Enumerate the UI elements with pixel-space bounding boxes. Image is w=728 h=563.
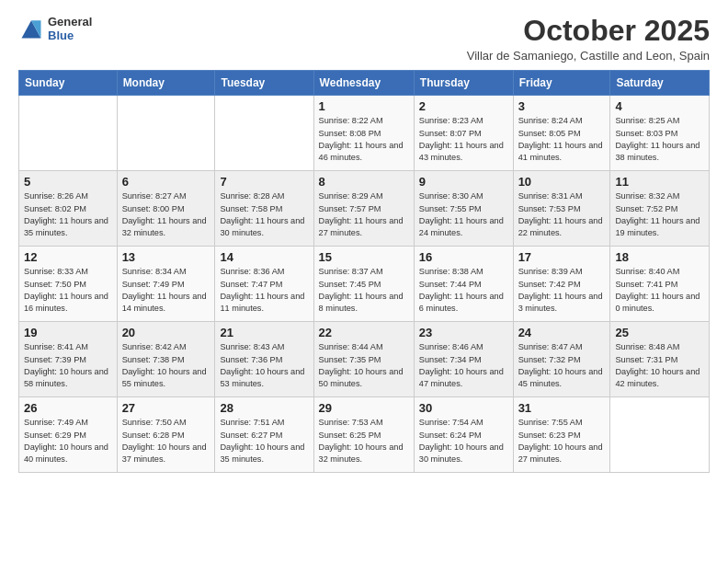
day-info: Sunrise: 8:44 AMSunset: 7:35 PMDaylight:… [319, 341, 409, 390]
calendar-body: 1Sunrise: 8:22 AMSunset: 8:08 PMDaylight… [19, 96, 710, 473]
calendar-cell: 14Sunrise: 8:36 AMSunset: 7:47 PMDayligh… [215, 247, 313, 322]
calendar-cell: 31Sunrise: 7:55 AMSunset: 6:23 PMDayligh… [513, 397, 610, 473]
logo-text: General Blue [48, 15, 92, 42]
calendar-cell: 16Sunrise: 8:38 AMSunset: 7:44 PMDayligh… [414, 247, 513, 322]
day-number: 25 [615, 326, 704, 339]
day-info: Sunrise: 8:41 AMSunset: 7:39 PMDaylight:… [24, 341, 112, 390]
day-info: Sunrise: 7:53 AMSunset: 6:25 PMDaylight:… [319, 417, 409, 465]
calendar-week-row: 1Sunrise: 8:22 AMSunset: 8:08 PMDaylight… [19, 96, 710, 171]
calendar-cell: 7Sunrise: 8:28 AMSunset: 7:58 PMDaylight… [215, 171, 313, 247]
calendar-cell: 10Sunrise: 8:31 AMSunset: 7:53 PMDayligh… [513, 171, 610, 247]
day-info: Sunrise: 8:24 AMSunset: 8:05 PMDaylight:… [518, 115, 606, 164]
day-info: Sunrise: 8:37 AMSunset: 7:45 PMDaylight:… [319, 266, 409, 315]
calendar-cell: 25Sunrise: 8:48 AMSunset: 7:31 PMDayligh… [610, 322, 710, 397]
weekday-header-wednesday: Wednesday [313, 71, 414, 96]
day-info: Sunrise: 8:23 AMSunset: 8:07 PMDaylight:… [419, 115, 508, 164]
calendar-week-row: 19Sunrise: 8:41 AMSunset: 7:39 PMDayligh… [19, 322, 710, 397]
day-info: Sunrise: 7:49 AMSunset: 6:29 PMDaylight:… [24, 417, 112, 465]
day-number: 21 [220, 326, 308, 339]
calendar-cell: 21Sunrise: 8:43 AMSunset: 7:36 PMDayligh… [215, 322, 313, 397]
day-info: Sunrise: 8:47 AMSunset: 7:32 PMDaylight:… [518, 341, 606, 390]
calendar-cell: 29Sunrise: 7:53 AMSunset: 6:25 PMDayligh… [313, 397, 414, 473]
calendar-cell: 30Sunrise: 7:54 AMSunset: 6:24 PMDayligh… [414, 397, 513, 473]
logo: General Blue [18, 15, 92, 42]
calendar-week-row: 26Sunrise: 7:49 AMSunset: 6:29 PMDayligh… [19, 397, 710, 473]
day-number: 3 [518, 99, 606, 113]
day-info: Sunrise: 8:29 AMSunset: 7:57 PMDaylight:… [319, 190, 409, 239]
day-number: 22 [319, 326, 409, 339]
calendar-table: SundayMondayTuesdayWednesdayThursdayFrid… [18, 70, 710, 473]
calendar-cell: 11Sunrise: 8:32 AMSunset: 7:52 PMDayligh… [610, 171, 710, 247]
day-info: Sunrise: 7:51 AMSunset: 6:27 PMDaylight:… [220, 417, 308, 465]
day-number: 24 [518, 326, 606, 339]
weekday-header-monday: Monday [117, 71, 215, 96]
calendar-cell [19, 96, 118, 171]
calendar-header: SundayMondayTuesdayWednesdayThursdayFrid… [19, 71, 710, 96]
day-number: 11 [615, 175, 704, 189]
calendar-cell: 13Sunrise: 8:34 AMSunset: 7:49 PMDayligh… [117, 247, 215, 322]
weekday-header-thursday: Thursday [414, 71, 513, 96]
day-info: Sunrise: 8:38 AMSunset: 7:44 PMDaylight:… [419, 266, 508, 315]
logo-icon [18, 16, 44, 41]
day-info: Sunrise: 8:30 AMSunset: 7:55 PMDaylight:… [419, 190, 508, 239]
calendar-cell [117, 96, 215, 171]
day-number: 26 [24, 401, 112, 415]
calendar-cell: 20Sunrise: 8:42 AMSunset: 7:38 PMDayligh… [117, 322, 215, 397]
weekday-header-sunday: Sunday [19, 71, 118, 96]
day-info: Sunrise: 8:31 AMSunset: 7:53 PMDaylight:… [518, 190, 606, 239]
day-number: 16 [419, 250, 508, 264]
day-info: Sunrise: 8:36 AMSunset: 7:47 PMDaylight:… [220, 266, 308, 315]
day-number: 29 [319, 401, 409, 415]
location-subtitle: Villar de Samaniego, Castille and Leon, … [467, 49, 710, 63]
month-title: October 2025 [467, 15, 710, 47]
day-number: 13 [122, 250, 210, 264]
weekday-header-friday: Friday [513, 71, 610, 96]
day-number: 27 [122, 401, 210, 415]
day-info: Sunrise: 8:33 AMSunset: 7:50 PMDaylight:… [24, 266, 112, 315]
calendar-cell: 2Sunrise: 8:23 AMSunset: 8:07 PMDaylight… [414, 96, 513, 171]
day-info: Sunrise: 8:25 AMSunset: 8:03 PMDaylight:… [615, 115, 704, 164]
day-number: 23 [419, 326, 508, 339]
day-number: 8 [319, 175, 409, 189]
day-number: 18 [615, 250, 704, 264]
day-number: 12 [24, 250, 112, 264]
calendar-cell: 27Sunrise: 7:50 AMSunset: 6:28 PMDayligh… [117, 397, 215, 473]
page-header: General Blue October 2025 Villar de Sama… [18, 15, 710, 63]
calendar-cell: 24Sunrise: 8:47 AMSunset: 7:32 PMDayligh… [513, 322, 610, 397]
calendar-cell: 12Sunrise: 8:33 AMSunset: 7:50 PMDayligh… [19, 247, 118, 322]
day-info: Sunrise: 7:54 AMSunset: 6:24 PMDaylight:… [419, 417, 508, 465]
calendar-cell: 3Sunrise: 8:24 AMSunset: 8:05 PMDaylight… [513, 96, 610, 171]
day-number: 5 [24, 175, 112, 189]
weekday-header-row: SundayMondayTuesdayWednesdayThursdayFrid… [19, 71, 710, 96]
day-info: Sunrise: 8:46 AMSunset: 7:34 PMDaylight:… [419, 341, 508, 390]
day-number: 1 [319, 99, 409, 113]
weekday-header-saturday: Saturday [610, 71, 710, 96]
calendar-cell: 1Sunrise: 8:22 AMSunset: 8:08 PMDaylight… [313, 96, 414, 171]
day-number: 7 [220, 175, 308, 189]
day-info: Sunrise: 8:40 AMSunset: 7:41 PMDaylight:… [615, 266, 704, 315]
title-block: October 2025 Villar de Samaniego, Castil… [467, 15, 710, 63]
day-info: Sunrise: 8:39 AMSunset: 7:42 PMDaylight:… [518, 266, 606, 315]
calendar-week-row: 5Sunrise: 8:26 AMSunset: 8:02 PMDaylight… [19, 171, 710, 247]
day-info: Sunrise: 8:34 AMSunset: 7:49 PMDaylight:… [122, 266, 210, 315]
calendar-cell: 22Sunrise: 8:44 AMSunset: 7:35 PMDayligh… [313, 322, 414, 397]
day-number: 6 [122, 175, 210, 189]
calendar-cell: 18Sunrise: 8:40 AMSunset: 7:41 PMDayligh… [610, 247, 710, 322]
calendar-cell: 9Sunrise: 8:30 AMSunset: 7:55 PMDaylight… [414, 171, 513, 247]
day-number: 14 [220, 250, 308, 264]
day-info: Sunrise: 8:28 AMSunset: 7:58 PMDaylight:… [220, 190, 308, 239]
day-number: 30 [419, 401, 508, 415]
calendar-cell: 5Sunrise: 8:26 AMSunset: 8:02 PMDaylight… [19, 171, 118, 247]
calendar-cell: 17Sunrise: 8:39 AMSunset: 7:42 PMDayligh… [513, 247, 610, 322]
day-info: Sunrise: 8:48 AMSunset: 7:31 PMDaylight:… [615, 341, 704, 390]
calendar-cell: 15Sunrise: 8:37 AMSunset: 7:45 PMDayligh… [313, 247, 414, 322]
day-info: Sunrise: 8:27 AMSunset: 8:00 PMDaylight:… [122, 190, 210, 239]
calendar-cell: 28Sunrise: 7:51 AMSunset: 6:27 PMDayligh… [215, 397, 313, 473]
day-number: 10 [518, 175, 606, 189]
weekday-header-tuesday: Tuesday [215, 71, 313, 96]
calendar-cell: 6Sunrise: 8:27 AMSunset: 8:00 PMDaylight… [117, 171, 215, 247]
day-info: Sunrise: 8:26 AMSunset: 8:02 PMDaylight:… [24, 190, 112, 239]
day-number: 9 [419, 175, 508, 189]
calendar-cell: 23Sunrise: 8:46 AMSunset: 7:34 PMDayligh… [414, 322, 513, 397]
day-number: 31 [518, 401, 606, 415]
